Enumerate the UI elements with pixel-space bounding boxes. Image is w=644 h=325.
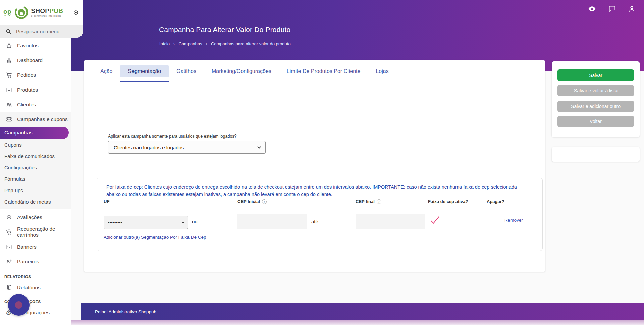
- footer-text: Painel Administrativo Shoppub: [95, 309, 156, 314]
- people-icon: [6, 101, 12, 108]
- sidebar-item-produtos[interactable]: Produtos: [0, 83, 71, 97]
- product-box-icon: [6, 87, 12, 93]
- cep-inicial-input[interactable]: [237, 214, 307, 229]
- logged-users-select[interactable]: Clientes não logados e logados.: [108, 141, 266, 154]
- remove-row-link[interactable]: Remover: [504, 218, 523, 223]
- sidebar-subitem-configuracoes[interactable]: Configurações: [0, 162, 71, 173]
- brand-name: SHOPPUB: [31, 8, 63, 14]
- star-icon: [6, 42, 12, 49]
- search-icon: [5, 28, 12, 35]
- info-icon[interactable]: i: [377, 199, 381, 204]
- bar-chart-icon: [6, 57, 12, 64]
- breadcrumb-current: Campanhas para alterar valor do produto: [211, 41, 291, 46]
- save-and-back-button[interactable]: Salvar e voltar à lista: [557, 85, 634, 96]
- support-fab-button[interactable]: [8, 294, 30, 316]
- search-input[interactable]: [16, 29, 71, 34]
- menu-search: [0, 25, 83, 38]
- sidebar-item-banners[interactable]: Banners: [0, 239, 71, 254]
- cep-final-input[interactable]: [356, 214, 425, 229]
- chevron-down-icon: [181, 220, 185, 224]
- sidebar-subitem-formulas[interactable]: Fórmulas: [0, 173, 71, 184]
- sidebar-item-pedidos[interactable]: Pedidos: [0, 68, 71, 83]
- col-header-faixa-ativa: Faixa de cep ativa?: [428, 199, 468, 204]
- breadcrumb-separator: ›: [206, 41, 207, 46]
- brand-tagline: e-commerce inteligente: [31, 15, 63, 17]
- ticket-icon: [6, 116, 12, 123]
- sidebar-collapse-toggle[interactable]: [73, 10, 79, 15]
- col-header-cep-inicial: CEP Inicial i: [237, 199, 267, 204]
- breadcrumb: Início › Campanhas › Campanhas para alte…: [159, 41, 291, 46]
- sidebar-item-dashboard[interactable]: Dashboard: [0, 53, 71, 68]
- fab-dot: [15, 301, 22, 309]
- tab-limite-produtos[interactable]: Limite De Produtos Por Cliente: [279, 65, 368, 77]
- user-profile-icon[interactable]: [627, 4, 636, 13]
- tabstrip: Ação Segmentação Gatilhos Marketing/Conf…: [84, 60, 545, 83]
- back-button[interactable]: Voltar: [557, 116, 634, 127]
- info-icon[interactable]: i: [262, 199, 267, 204]
- sidebar-header: op SHOPPUB e-commerce inteligente: [0, 0, 83, 38]
- tab-acao[interactable]: Ação: [93, 65, 120, 77]
- logo-row: op SHOPPUB e-commerce inteligente: [0, 0, 83, 25]
- breadcrumb-home[interactable]: Início: [159, 41, 170, 46]
- sidebar-subitem-faixa-de-comunicados[interactable]: Faixa de comunicados: [0, 150, 71, 162]
- breadcrumb-separator: ›: [173, 41, 175, 46]
- shoppub-swirl-icon: [14, 5, 29, 19]
- save-button[interactable]: Salvar: [557, 69, 634, 81]
- tab-marketing-configuracoes[interactable]: Marketing/Configurações: [204, 65, 279, 77]
- cep-range-section: Por faixa de cep: Clientes cujo endereço…: [97, 178, 543, 251]
- sidebar-subitem-cupons[interactable]: Cupons: [0, 139, 71, 150]
- sidebar-item-clientes[interactable]: Clientes: [0, 97, 71, 112]
- footer-bottom-strip: [71, 320, 644, 325]
- cart-icon: [6, 72, 12, 78]
- or-label: ou: [192, 219, 198, 224]
- target-icon: [73, 10, 79, 15]
- col-header-apagar: Apagar?: [487, 199, 504, 204]
- add-cep-range-link[interactable]: Adicionar outro(a) Segmentação Por Faixa…: [104, 235, 206, 240]
- shoppub-logo[interactable]: SHOPPUB e-commerce inteligente: [14, 5, 63, 19]
- award-icon: [6, 214, 12, 221]
- chat-icon[interactable]: [607, 4, 616, 13]
- op-logo-mark: op: [3, 8, 11, 16]
- sidebar-item-campanhas-e-cupons[interactable]: Campanhas e cupons: [0, 112, 71, 127]
- sidebar-item-avaliacoes[interactable]: Avaliações: [0, 210, 71, 225]
- sidebar-item-campanhas-active[interactable]: Campanhas: [0, 127, 69, 139]
- page-title: Campanha Para Alterar Valor Do Produto: [159, 25, 290, 34]
- logged-users-label: Aplicar esta campanha somente para usuár…: [108, 134, 237, 139]
- actions-panel: Salvar Salvar e voltar à lista Salvar e …: [552, 61, 640, 137]
- sidebar-menu: Favoritos Dashboard Pedidos Produtos Cli…: [0, 38, 71, 320]
- breadcrumb-campanhas[interactable]: Campanhas: [178, 41, 202, 46]
- campaign-form-card: Ação Segmentação Gatilhos Marketing/Conf…: [84, 60, 545, 272]
- secondary-panel: [552, 147, 640, 162]
- preview-eye-icon[interactable]: [588, 4, 596, 13]
- sidebar-item-parceiros[interactable]: Parceiros: [0, 254, 71, 269]
- book-icon: [6, 284, 12, 291]
- banner-icon: [6, 243, 12, 250]
- until-label: até: [311, 219, 318, 224]
- cep-active-checkbox[interactable]: [430, 216, 440, 226]
- op-smile-curve: [4, 14, 11, 16]
- cart-recover-icon: [6, 229, 12, 235]
- footer: Painel Administrativo Shoppub: [81, 303, 644, 320]
- col-header-cep-final: CEP final i: [356, 199, 381, 204]
- sidebar-item-relatorios[interactable]: Relatórios: [0, 280, 71, 295]
- sidebar-subitem-popups[interactable]: Pop-ups: [0, 184, 71, 196]
- save-and-add-button[interactable]: Salvar e adicionar outro: [557, 101, 634, 112]
- page: Campanha Para Alterar Valor Do Produto I…: [0, 0, 644, 325]
- tab-gatilhos[interactable]: Gatilhos: [169, 65, 204, 77]
- col-header-uf: UF: [104, 199, 109, 204]
- tab-lojas[interactable]: Lojas: [368, 65, 396, 77]
- sidebar-group-campanhas: Campanhas e cupons Campanhas Cupons Faix…: [0, 112, 71, 209]
- chevron-down-icon: [257, 145, 261, 149]
- sidebar-item-recuperacao-de-carrinhos[interactable]: Recuperação de carrinhos: [0, 225, 71, 239]
- sidebar: Favoritos Dashboard Pedidos Produtos Cli…: [0, 0, 71, 325]
- cep-section-description: Por faixa de cep: Clientes cujo endereço…: [106, 184, 524, 198]
- partner-megaphone-icon: [6, 258, 12, 265]
- sidebar-subitem-calendario-de-metas[interactable]: Calendário de metas: [0, 196, 71, 207]
- header-divider: [104, 211, 537, 211]
- sidebar-section-relatorios: RELATÓRIOS: [0, 273, 71, 280]
- sidebar-item-favoritos[interactable]: Favoritos: [0, 38, 71, 53]
- check-icon: [430, 216, 440, 224]
- header-actions: [588, 4, 636, 13]
- tab-segmentacao[interactable]: Segmentação: [120, 65, 169, 77]
- uf-select[interactable]: ---------: [104, 216, 188, 229]
